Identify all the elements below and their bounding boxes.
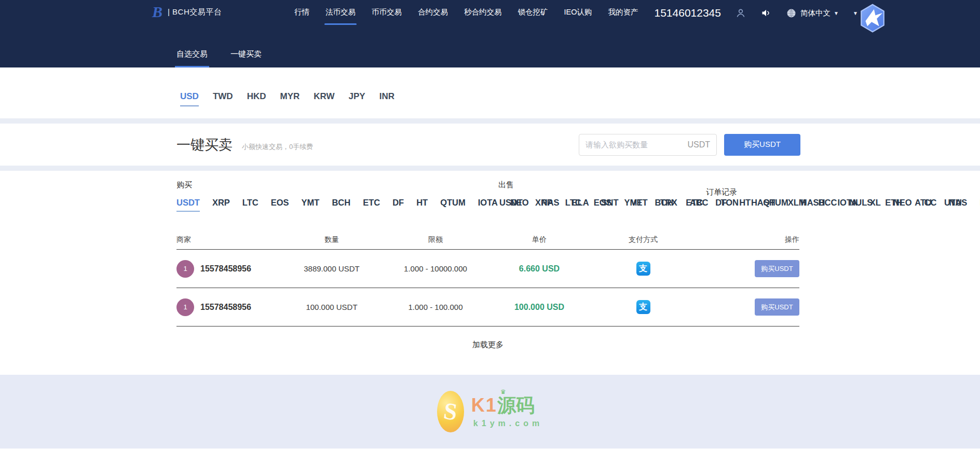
watermark-yuan-char: ♛ 源码 (497, 395, 535, 416)
page-footer: S K1 ♛ 源码 k1ym.com (0, 375, 980, 448)
col-header-merchant: 商家 (176, 235, 280, 244)
coin-tab[interactable]: EOS (594, 198, 612, 211)
coin-tab-ltc[interactable]: LTC (242, 198, 258, 212)
merchant-name: 15578458956 (200, 303, 251, 312)
site-header: B | BCH交易平台 行情 法币交易 币币交易 合约交易 秒合约交易 锁仓挖矿… (0, 0, 980, 67)
buy-column-header: 购买 (176, 180, 192, 190)
currency-section: USD TWD HKD MYR KRW JPY INR (0, 67, 980, 118)
coin-tab-bch[interactable]: BCH (332, 198, 350, 212)
coin-tabs-row: USDT XRP LTC EOS YMT BCH ETC DF HT QTUM … (176, 198, 980, 215)
coin-tab[interactable]: XRP (535, 198, 553, 211)
coin-tab-etc[interactable]: ETC (363, 198, 380, 212)
buy-usdt-row-button[interactable]: 购买USDT (755, 260, 799, 277)
coin-tab[interactable]: XL (870, 198, 881, 211)
limit-cell: 1.000 - 10000.000 (384, 264, 487, 273)
coin-tab-qtum[interactable]: QTUM (440, 198, 466, 212)
crown-icon: ♛ (500, 389, 506, 396)
coin-tab[interactable]: NAS (949, 198, 967, 211)
merchant-table: 商家 数量 限额 单价 支付方式 操作 1 15578458956 3889.0… (176, 230, 799, 326)
section-divider (0, 166, 980, 171)
price-cell: 100.000 USD (487, 303, 591, 312)
coin-tab[interactable]: HASH (801, 198, 825, 211)
brand-logo-icon: B (152, 4, 162, 20)
nav-item-contract-trade[interactable]: 合约交易 (417, 4, 449, 22)
brand-name: | BCH交易平台 (168, 7, 222, 17)
load-more-button[interactable]: 加载更多 (176, 340, 799, 360)
globe-icon (786, 7, 797, 19)
watermark-title: K1 ♛ 源码 (471, 395, 543, 416)
currency-tab-hkd[interactable]: HKD (247, 91, 266, 106)
app-download-icon[interactable] (857, 3, 888, 33)
col-header-price: 单价 (487, 235, 591, 244)
currency-tab-myr[interactable]: MYR (280, 91, 300, 106)
buy-usdt-row-button[interactable]: 购买USDT (755, 298, 799, 316)
coin-tab[interactable]: ETC (686, 198, 703, 211)
nav-item-ieo[interactable]: IEO认购 (563, 4, 593, 22)
buy-amount-input[interactable] (586, 140, 683, 149)
subnav-tab-quick-trade[interactable]: 一键买卖 (230, 49, 262, 67)
watermark-url: k1ym.com (471, 419, 543, 428)
speaker-icon[interactable] (760, 7, 772, 19)
amount-cell: 100.000 USDT (280, 303, 384, 311)
coin-tab[interactable]: USDT (499, 198, 523, 211)
currency-tab-jpy[interactable]: JPY (349, 91, 365, 106)
limit-cell: 1.000 - 100.000 (384, 303, 487, 311)
coin-tab[interactable]: BCH (655, 198, 673, 211)
section-divider (0, 118, 980, 124)
user-icon[interactable] (735, 7, 746, 19)
merchant-avatar: 1 (176, 298, 194, 316)
coin-tab[interactable]: QTUM (763, 198, 788, 211)
col-header-limit: 限额 (384, 235, 487, 244)
quick-buy-usdt-button[interactable]: 购买USDT (724, 134, 800, 156)
nav-item-spot-trade[interactable]: 币币交易 (371, 4, 403, 22)
nav-item-lock-mining[interactable]: 锁仓挖矿 (517, 4, 549, 22)
coin-tab[interactable]: IOTA (478, 198, 498, 212)
coin-tab[interactable]: IOTA (838, 198, 857, 211)
currency-tab-usd[interactable]: USD (180, 91, 199, 106)
coin-tab[interactable]: HT (739, 198, 751, 211)
account-phone-number[interactable]: 15146012345 (654, 7, 720, 19)
col-header-amount: 数量 (280, 235, 384, 244)
merchant-name: 15578458956 (200, 264, 251, 274)
currency-tab-krw[interactable]: KRW (314, 91, 334, 106)
quick-buy-title: 一键买卖 (176, 135, 233, 154)
orders-column-header: 订单记录 (706, 187, 737, 197)
coin-tab-df[interactable]: DF (392, 198, 404, 212)
alipay-icon: 支 (636, 262, 650, 276)
subnav-tab-optional-trade[interactable]: 自选交易 (176, 49, 208, 67)
watermark-cn-text: 源码 (497, 394, 535, 416)
coin-tab[interactable]: YMT (624, 198, 643, 211)
sub-nav: 自选交易 一键买卖 (176, 49, 262, 67)
table-row: 1 15578458956 100.000 USDT 1.000 - 100.0… (176, 288, 799, 326)
coin-tab[interactable]: NEO (893, 198, 912, 211)
coin-tab-ymt[interactable]: YMT (302, 198, 320, 212)
market-section: 购买 出售 订单记录 USDT XRP LTC EOS YMT BCH ETC … (0, 171, 980, 375)
alipay-icon: 支 (636, 300, 650, 314)
main-nav: 行情 法币交易 币币交易 合约交易 秒合约交易 锁仓挖矿 IEO认购 我的资产 … (293, 0, 858, 26)
nav-item-markets[interactable]: 行情 (293, 4, 310, 22)
coin-tab-ht[interactable]: HT (416, 198, 428, 212)
k1-egg-icon: S (437, 391, 464, 432)
currency-tab-twd[interactable]: TWD (213, 91, 233, 106)
nav-item-my-assets[interactable]: 我的资产 (607, 4, 639, 22)
coin-tab[interactable]: DF (715, 198, 727, 211)
currency-tab-inr[interactable]: INR (379, 91, 394, 106)
language-label: 简体中文 (800, 8, 831, 18)
coin-tab[interactable]: CC (924, 198, 937, 211)
watermark-logo: S K1 ♛ 源码 k1ym.com (437, 391, 543, 432)
merchant-avatar: 1 (176, 260, 194, 278)
coin-tab[interactable]: LTC (565, 198, 581, 211)
nav-item-second-contract[interactable]: 秒合约交易 (463, 4, 503, 22)
nav-item-fiat-trade[interactable]: 法币交易 (324, 4, 357, 22)
chevron-down-icon: ▼ (834, 10, 839, 16)
coin-tab-eos[interactable]: EOS (271, 198, 289, 212)
price-cell: 6.660 USD (487, 264, 591, 274)
buy-amount-unit: USDT (687, 140, 710, 149)
coin-tab-usdt[interactable]: USDT (176, 198, 200, 212)
coin-tab-xrp[interactable]: XRP (212, 198, 230, 212)
sell-column-header: 出售 (498, 180, 514, 190)
language-selector[interactable]: 简体中文 ▼ (786, 7, 839, 19)
table-row: 1 15578458956 3889.000 USDT 1.000 - 1000… (176, 250, 799, 288)
quick-buy-subtitle: 小额快速交易，0手续费 (242, 142, 313, 152)
brand-logo[interactable]: B | BCH交易平台 (152, 4, 222, 20)
